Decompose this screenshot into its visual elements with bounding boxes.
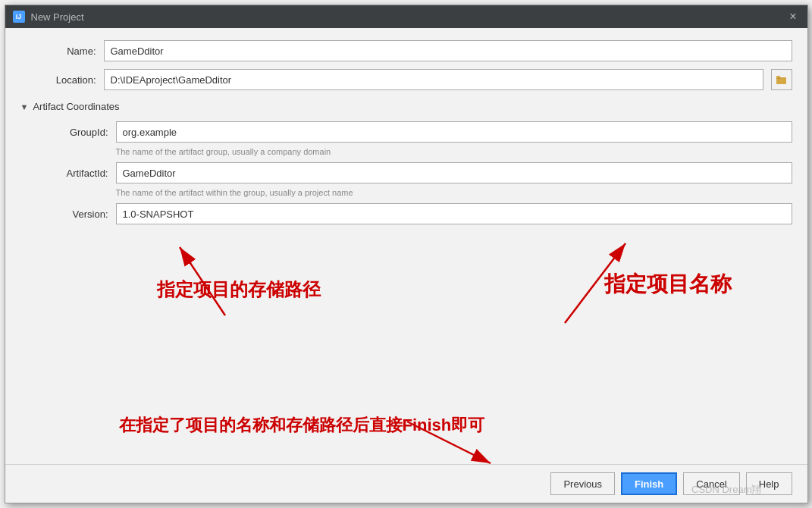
name-input[interactable] [104,40,792,61]
location-input[interactable] [104,69,763,90]
groupid-row: GroupId: [33,121,792,143]
dialog-title: New Project [31,11,84,23]
folder-browse-button[interactable] [771,69,792,90]
section-title: Artifact Coordinates [33,101,119,112]
folder-icon [776,75,787,84]
location-row: Location: [20,69,792,90]
groupid-label: GroupId: [33,127,108,138]
version-input[interactable] [116,203,792,224]
artifactid-label: ArtifactId: [33,168,108,179]
artifact-section-content: GroupId: The name of the artifact group,… [33,121,792,226]
artifact-section-header: ▼ Artifact Coordinates [20,101,792,112]
title-bar-left: IJ New Project [13,11,84,23]
name-label: Name: [20,45,96,57]
name-row: Name: [20,40,792,61]
annotation-area: 指定项目的存储路径 指定项目名称 在指定了项目的名称和存储路径后直接Finish… [20,232,792,452]
annotation-project-name: 指定项目名称 [604,270,732,299]
annotation-storage-path: 指定项目的存储路径 [157,278,321,302]
previous-button[interactable]: Previous [550,472,615,495]
app-icon: IJ [13,11,25,23]
title-bar: IJ New Project × [5,5,807,28]
artifactid-hint: The name of the artifact within the grou… [116,188,792,197]
artifactid-input[interactable] [116,162,792,183]
location-label: Location: [20,74,96,86]
version-label: Version: [33,209,108,220]
groupid-hint: The name of the artifact group, usually … [116,147,792,156]
annotation-finish-instruction: 在指定了项目的名称和存储路径后直接Finish即可 [119,414,485,437]
section-toggle[interactable]: ▼ [20,102,29,111]
new-project-dialog: IJ New Project × Name: Location: ▼ [5,5,808,503]
dialog-body: Name: Location: ▼ Artifact Coordinates [5,28,807,464]
svg-rect-2 [776,76,780,78]
finish-button[interactable]: Finish [621,472,677,495]
artifactid-row: ArtifactId: [33,162,792,183]
watermark: CSDN Dream翔 [691,483,761,497]
version-row: Version: [33,203,792,224]
close-button[interactable]: × [786,11,799,23]
groupid-input[interactable] [116,121,792,143]
dialog-footer: Previous Finish Cancel Help [5,464,807,503]
